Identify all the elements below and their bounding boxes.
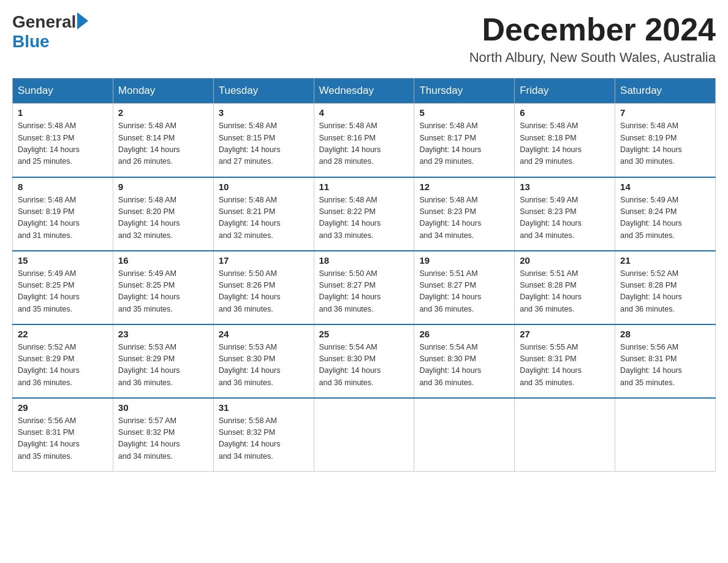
calendar-week-row: 29Sunrise: 5:56 AMSunset: 8:31 PMDayligh… [13,398,716,472]
day-number: 1 [18,107,108,118]
day-info: Sunrise: 5:55 AMSunset: 8:31 PMDaylight:… [520,342,610,389]
day-number: 23 [118,329,208,339]
day-info: Sunrise: 5:51 AMSunset: 8:27 PMDaylight:… [419,268,509,316]
day-number: 26 [419,329,509,339]
day-number: 5 [419,107,509,118]
day-number: 19 [419,255,509,266]
calendar-day-cell: 6Sunrise: 5:48 AMSunset: 8:18 PMDaylight… [515,104,615,177]
weekday-header-saturday: Saturday [615,79,716,104]
logo-arrow-icon [77,12,88,29]
day-info: Sunrise: 5:56 AMSunset: 8:31 PMDaylight:… [620,342,710,389]
day-number: 12 [419,182,509,192]
day-number: 24 [219,329,309,339]
day-info: Sunrise: 5:58 AMSunset: 8:32 PMDaylight:… [219,415,309,463]
day-info: Sunrise: 5:49 AMSunset: 8:25 PMDaylight:… [118,268,208,316]
day-number: 31 [219,402,309,413]
calendar-day-cell: 16Sunrise: 5:49 AMSunset: 8:25 PMDayligh… [113,251,213,324]
day-info: Sunrise: 5:54 AMSunset: 8:30 PMDaylight:… [419,342,509,389]
title-area: December 2024 North Albury, New South Wa… [469,12,716,66]
day-info: Sunrise: 5:48 AMSunset: 8:19 PMDaylight:… [620,120,710,168]
calendar-day-cell: 7Sunrise: 5:48 AMSunset: 8:19 PMDaylight… [615,104,716,177]
day-number: 10 [219,182,309,192]
day-number: 11 [319,182,409,192]
calendar-day-cell: 9Sunrise: 5:48 AMSunset: 8:20 PMDaylight… [113,177,213,251]
day-number: 16 [118,255,208,266]
calendar-day-cell [314,398,414,472]
calendar-day-cell: 25Sunrise: 5:54 AMSunset: 8:30 PMDayligh… [314,324,414,398]
day-info: Sunrise: 5:48 AMSunset: 8:21 PMDaylight:… [219,194,309,242]
calendar-week-row: 22Sunrise: 5:52 AMSunset: 8:29 PMDayligh… [13,324,716,398]
month-title: December 2024 [469,12,716,47]
calendar-day-cell: 13Sunrise: 5:49 AMSunset: 8:23 PMDayligh… [515,177,615,251]
day-info: Sunrise: 5:51 AMSunset: 8:28 PMDaylight:… [520,268,610,316]
calendar-day-cell: 2Sunrise: 5:48 AMSunset: 8:14 PMDaylight… [113,104,213,177]
day-info: Sunrise: 5:48 AMSunset: 8:22 PMDaylight:… [319,194,409,242]
calendar-day-cell: 28Sunrise: 5:56 AMSunset: 8:31 PMDayligh… [615,324,716,398]
day-number: 22 [18,329,108,339]
day-number: 15 [18,255,108,266]
calendar-day-cell: 17Sunrise: 5:50 AMSunset: 8:26 PMDayligh… [213,251,314,324]
day-number: 9 [118,182,208,192]
calendar-day-cell: 18Sunrise: 5:50 AMSunset: 8:27 PMDayligh… [314,251,414,324]
calendar-day-cell: 31Sunrise: 5:58 AMSunset: 8:32 PMDayligh… [213,398,314,472]
calendar-day-cell: 12Sunrise: 5:48 AMSunset: 8:23 PMDayligh… [414,177,515,251]
calendar-day-cell: 26Sunrise: 5:54 AMSunset: 8:30 PMDayligh… [414,324,515,398]
calendar-day-cell: 11Sunrise: 5:48 AMSunset: 8:22 PMDayligh… [314,177,414,251]
weekday-header-tuesday: Tuesday [213,79,314,104]
calendar-week-row: 15Sunrise: 5:49 AMSunset: 8:25 PMDayligh… [13,251,716,324]
day-info: Sunrise: 5:48 AMSunset: 8:20 PMDaylight:… [118,194,208,242]
weekday-header-wednesday: Wednesday [314,79,414,104]
calendar-day-cell: 5Sunrise: 5:48 AMSunset: 8:17 PMDaylight… [414,104,515,177]
calendar-day-cell: 4Sunrise: 5:48 AMSunset: 8:16 PMDaylight… [314,104,414,177]
day-info: Sunrise: 5:50 AMSunset: 8:27 PMDaylight:… [319,268,409,316]
day-info: Sunrise: 5:57 AMSunset: 8:32 PMDaylight:… [118,415,208,463]
day-info: Sunrise: 5:48 AMSunset: 8:18 PMDaylight:… [520,120,610,168]
day-info: Sunrise: 5:52 AMSunset: 8:28 PMDaylight:… [620,268,710,316]
day-number: 14 [620,182,710,192]
calendar-day-cell: 29Sunrise: 5:56 AMSunset: 8:31 PMDayligh… [13,398,113,472]
day-info: Sunrise: 5:48 AMSunset: 8:19 PMDaylight:… [18,194,108,242]
day-info: Sunrise: 5:49 AMSunset: 8:25 PMDaylight:… [18,268,108,316]
day-info: Sunrise: 5:54 AMSunset: 8:30 PMDaylight:… [319,342,409,389]
calendar-day-cell [515,398,615,472]
day-info: Sunrise: 5:52 AMSunset: 8:29 PMDaylight:… [18,342,108,389]
logo: General Blue [12,12,88,52]
day-number: 6 [520,107,610,118]
calendar-day-cell [615,398,716,472]
day-number: 13 [520,182,610,192]
logo-text-blue: Blue [12,32,50,52]
logo-text-general: General [12,12,76,32]
calendar-day-cell: 23Sunrise: 5:53 AMSunset: 8:29 PMDayligh… [113,324,213,398]
location-title: North Albury, New South Wales, Australia [469,50,716,66]
calendar-week-row: 1Sunrise: 5:48 AMSunset: 8:13 PMDaylight… [13,104,716,177]
day-number: 2 [118,107,208,118]
calendar-day-cell [414,398,515,472]
weekday-header-monday: Monday [113,79,213,104]
calendar-day-cell: 22Sunrise: 5:52 AMSunset: 8:29 PMDayligh… [13,324,113,398]
weekday-header-thursday: Thursday [414,79,515,104]
day-number: 25 [319,329,409,339]
page-header: General Blue December 2024 North Albury,… [12,12,716,66]
day-info: Sunrise: 5:48 AMSunset: 8:17 PMDaylight:… [419,120,509,168]
day-info: Sunrise: 5:53 AMSunset: 8:30 PMDaylight:… [219,342,309,389]
calendar-day-cell: 15Sunrise: 5:49 AMSunset: 8:25 PMDayligh… [13,251,113,324]
day-number: 28 [620,329,710,339]
calendar-week-row: 8Sunrise: 5:48 AMSunset: 8:19 PMDaylight… [13,177,716,251]
calendar-day-cell: 3Sunrise: 5:48 AMSunset: 8:15 PMDaylight… [213,104,314,177]
calendar-day-cell: 10Sunrise: 5:48 AMSunset: 8:21 PMDayligh… [213,177,314,251]
day-info: Sunrise: 5:48 AMSunset: 8:13 PMDaylight:… [18,120,108,168]
calendar-day-cell: 21Sunrise: 5:52 AMSunset: 8:28 PMDayligh… [615,251,716,324]
day-number: 20 [520,255,610,266]
day-info: Sunrise: 5:48 AMSunset: 8:15 PMDaylight:… [219,120,309,168]
weekday-header-friday: Friday [515,79,615,104]
day-number: 27 [520,329,610,339]
day-number: 7 [620,107,710,118]
day-number: 21 [620,255,710,266]
calendar-day-cell: 14Sunrise: 5:49 AMSunset: 8:24 PMDayligh… [615,177,716,251]
calendar-day-cell: 8Sunrise: 5:48 AMSunset: 8:19 PMDaylight… [13,177,113,251]
day-number: 3 [219,107,309,118]
day-number: 8 [18,182,108,192]
day-info: Sunrise: 5:56 AMSunset: 8:31 PMDaylight:… [18,415,108,463]
calendar-day-cell: 30Sunrise: 5:57 AMSunset: 8:32 PMDayligh… [113,398,213,472]
day-info: Sunrise: 5:49 AMSunset: 8:23 PMDaylight:… [520,194,610,242]
